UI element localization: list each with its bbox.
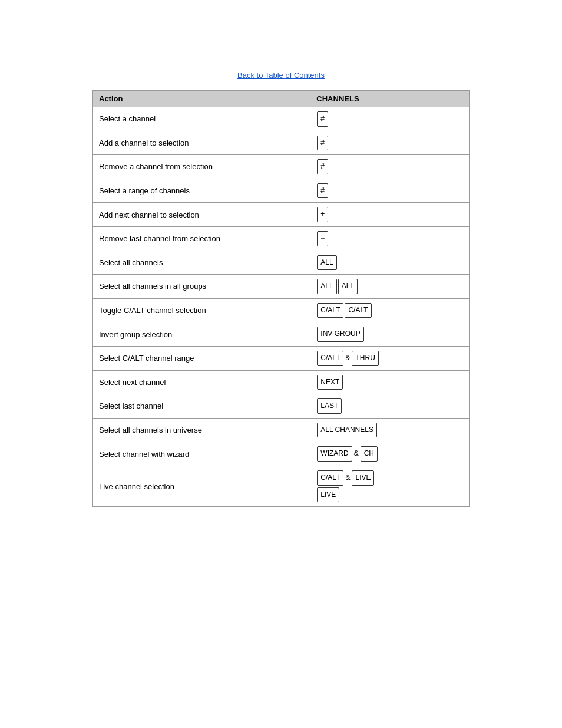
- key-button: ALL: [338, 279, 358, 294]
- key-button: C/ALT: [317, 303, 343, 318]
- key-button: +: [317, 207, 328, 222]
- action-cell: Select all channels in all groups: [93, 275, 310, 299]
- keys-cell: #: [310, 107, 470, 131]
- table-row: Select next channelNEXT: [93, 370, 470, 394]
- keys-cell: #: [310, 179, 470, 203]
- keys-cell: ALLALL: [310, 275, 470, 299]
- key-button: LIVE: [352, 470, 374, 486]
- key-button: CH: [361, 446, 378, 462]
- key-button: −: [317, 231, 328, 246]
- action-cell: Invert group selection: [93, 322, 310, 347]
- key-button: ALL CHANNELS: [317, 423, 377, 438]
- table-row: Select a range of channels#: [93, 179, 470, 203]
- key-button: C/ALT: [317, 351, 343, 366]
- key-button: #: [317, 136, 328, 151]
- keys-cell: C/ALT&LIVELIVE: [310, 466, 470, 506]
- action-cell: Add a channel to selection: [93, 131, 310, 155]
- key-button: #: [317, 183, 328, 199]
- key-button: LIVE: [317, 487, 339, 503]
- key-button: LAST: [317, 398, 342, 414]
- main-table: Action CHANNELS Select a channel#Add a c…: [92, 90, 470, 507]
- keys-cell: ALL CHANNELS: [310, 418, 470, 442]
- keys-cell: WIZARD&CH: [310, 442, 470, 466]
- key-button: C/ALT: [317, 470, 343, 486]
- table-row: Select last channelLAST: [93, 394, 470, 419]
- action-cell: Select all channels in universe: [93, 418, 310, 442]
- table-row: Remove a channel from selection#: [93, 155, 470, 179]
- table-row: Toggle C/ALT channel selectionC/ALTC/ALT: [93, 298, 470, 322]
- action-cell: Select next channel: [93, 370, 310, 394]
- action-cell: Select channel with wizard: [93, 442, 310, 466]
- keys-cell: −: [310, 226, 470, 251]
- action-cell: Select a range of channels: [93, 179, 310, 203]
- action-cell: Select a channel: [93, 107, 310, 131]
- key-button: WIZARD: [317, 446, 352, 462]
- keys-cell: NEXT: [310, 370, 470, 394]
- keys-cell: ALL: [310, 251, 470, 275]
- table-row: Live channel selectionC/ALT&LIVELIVE: [93, 466, 470, 506]
- key-separator: &: [345, 472, 350, 485]
- table-row: Select all channels in all groupsALLALL: [93, 275, 470, 299]
- toc-link[interactable]: Back to Table of Contents: [47, 71, 515, 80]
- table-row: Remove last channel from selection−: [93, 226, 470, 251]
- key-button: INV GROUP: [317, 327, 363, 342]
- table-row: Add next channel to selection+: [93, 203, 470, 227]
- action-cell: Remove last channel from selection: [93, 226, 310, 251]
- action-cell: Live channel selection: [93, 466, 310, 506]
- table-row: Add a channel to selection#: [93, 131, 470, 155]
- page-container: Back to Table of Contents Action CHANNEL…: [0, 0, 562, 728]
- table-row: Select channel with wizardWIZARD&CH: [93, 442, 470, 466]
- table-row: Select C/ALT channel rangeC/ALT&THRU: [93, 346, 470, 370]
- keys-cell: INV GROUP: [310, 322, 470, 347]
- action-cell: Toggle C/ALT channel selection: [93, 298, 310, 322]
- key-button: #: [317, 159, 328, 174]
- col2-header: CHANNELS: [310, 91, 470, 107]
- table-header-row: Action CHANNELS: [93, 91, 470, 107]
- keys-cell: C/ALT&THRU: [310, 346, 470, 370]
- action-cell: Remove a channel from selection: [93, 155, 310, 179]
- action-cell: Select last channel: [93, 394, 310, 419]
- keys-cell: #: [310, 131, 470, 155]
- key-button: ALL: [317, 255, 336, 271]
- keys-cell: +: [310, 203, 470, 227]
- table-row: Select all channelsALL: [93, 251, 470, 275]
- action-cell: Select all channels: [93, 251, 310, 275]
- key-button: ALL: [317, 279, 336, 294]
- action-cell: Add next channel to selection: [93, 203, 310, 227]
- keys-cell: LAST: [310, 394, 470, 419]
- key-separator: &: [345, 352, 350, 365]
- col1-header: Action: [93, 91, 310, 107]
- table-row: Invert group selectionINV GROUP: [93, 322, 470, 347]
- table-row: Select a channel#: [93, 107, 470, 131]
- key-button: C/ALT: [345, 303, 371, 318]
- table-row: Select all channels in universeALL CHANN…: [93, 418, 470, 442]
- key-button: THRU: [352, 351, 378, 366]
- key-button: NEXT: [317, 375, 343, 390]
- key-separator: &: [354, 447, 359, 460]
- action-cell: Select C/ALT channel range: [93, 346, 310, 370]
- keys-cell: #: [310, 155, 470, 179]
- key-button: #: [317, 111, 328, 127]
- keys-cell: C/ALTC/ALT: [310, 298, 470, 322]
